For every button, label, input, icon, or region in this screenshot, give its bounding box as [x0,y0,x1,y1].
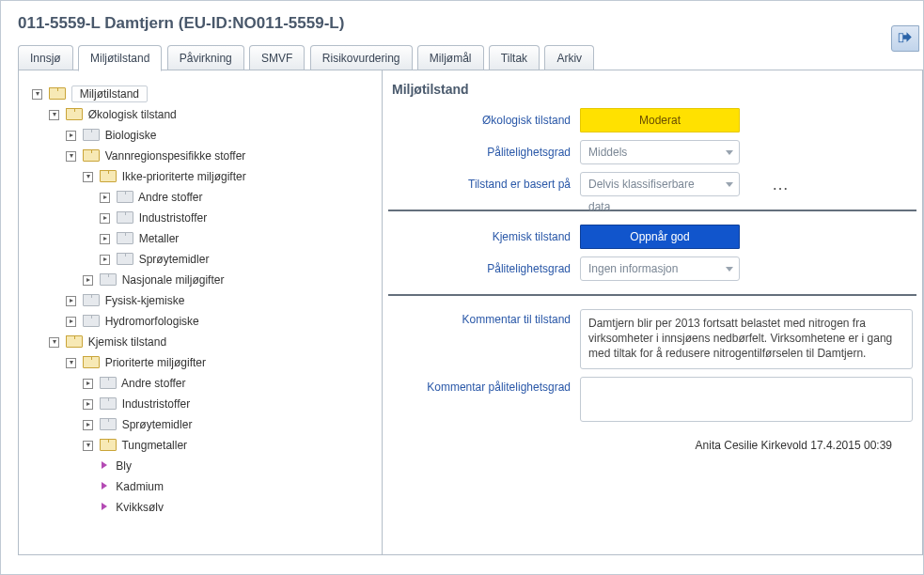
folder-icon [49,87,64,100]
tab-innsjo[interactable]: Innsjø [18,45,73,70]
tree-root-label: Miljøtilstand [71,85,148,102]
tree-metaller[interactable]: Metaller [100,228,382,249]
toggle-icon[interactable] [32,89,42,100]
kjemisk-tilstand-label: Kjemisk tilstand [386,230,580,243]
folder-icon [66,335,81,348]
app-window: 011-5559-L Damtjern (EU-ID:NO011-5559-L)… [0,0,924,575]
toggle-icon[interactable] [83,441,93,451]
tree-prioriterte[interactable]: Prioriterte miljøgifter Andre stoffer [66,352,382,518]
tree-kjemisk[interactable]: Kjemisk tilstand Prioriterte miljøgifter [49,332,382,518]
kommentar-tilstand-textarea[interactable]: Damtjern blir per 2013 fortsatt belastet… [580,309,913,369]
basert-pa-label: Tilstand er basert på [386,178,580,191]
divider [388,210,916,211]
svg-rect-0 [899,34,903,42]
basert-pa-select[interactable]: Delvis klassifiserbare data [580,172,740,196]
tree-kvikksolv[interactable]: Kvikksølv [100,497,382,518]
tree-nasjonale[interactable]: Nasjonale miljøgifter [83,270,382,290]
tree-fysisk-kjem[interactable]: Fysisk-kjemiske [66,290,382,311]
more-options-button[interactable]: … [772,175,791,194]
kommentar-tilstand-label: Kommentar til tilstand [386,309,580,326]
tree-hydromorf[interactable]: Hydromorfologiske [66,311,382,332]
okologisk-tilstand-badge: Moderat [580,108,740,132]
tree-root[interactable]: Miljøtilstand Økologisk tilstand Biologi… [32,84,382,518]
divider [388,294,916,296]
palitelighet1-label: Pålitelighetsgrad [386,146,580,159]
folder-icon [100,397,115,410]
leaf-icon [102,461,107,469]
palitelighet2-label: Pålitelighetsgrad [386,262,580,275]
toggle-icon[interactable] [100,213,110,224]
tree-andre-stoffer2[interactable]: Andre stoffer [83,373,382,394]
tab-pavirkning[interactable]: Påvirkning [167,45,244,70]
tree-andre-stoffer[interactable]: Andre stoffer [100,187,382,208]
folder-icon [83,294,98,306]
palitelighet2-select[interactable]: Ingen informasjon [580,256,740,281]
kjemisk-tilstand-badge: Oppnår god [580,225,740,249]
toggle-icon[interactable] [66,131,76,141]
toggle-icon[interactable] [83,420,93,430]
tab-risikovurdering[interactable]: Risikovurdering [310,45,413,70]
leaf-icon [102,503,107,510]
toggle-icon[interactable] [83,275,93,286]
tree-tungmetaller[interactable]: Tungmetaller Bly [83,435,382,518]
folder-icon [117,191,132,203]
tree-vannregion[interactable]: Vannregionspesifikke stoffer Ikke-priori… [66,146,382,290]
toggle-icon[interactable] [100,255,110,265]
form-pane: Miljøtilstand Økologisk tilstand Moderat… [383,70,923,555]
toggle-icon[interactable] [49,110,59,120]
tab-miljomal[interactable]: Miljømål [417,45,484,70]
folder-icon [83,356,98,368]
tree-biologiske[interactable]: Biologiske [66,125,382,146]
folder-icon [83,149,98,162]
folder-icon [100,439,115,451]
toggle-icon[interactable] [66,151,76,162]
folder-icon [117,253,132,265]
toggle-icon[interactable] [100,193,110,203]
kommentar-palitelighet-textarea[interactable] [580,377,913,422]
folder-icon [100,273,115,286]
tab-smvf[interactable]: SMVF [249,45,305,70]
content-body: Miljøtilstand Økologisk tilstand Biologi… [18,70,923,555]
toggle-icon[interactable] [66,317,76,327]
folder-icon [100,377,115,389]
folder-icon [100,418,115,430]
page-title: 011-5559-L Damtjern (EU-ID:NO011-5559-L) [18,14,923,33]
tab-tiltak[interactable]: Tiltak [489,45,540,70]
toggle-icon[interactable] [83,172,93,182]
tree-sproytemidler2[interactable]: Sprøytemidler [83,414,382,435]
toggle-icon[interactable] [83,399,93,410]
toggle-icon[interactable] [49,337,59,348]
tree-ikke-prioriterte[interactable]: Ikke-prioriterte miljøgifter Andre stoff… [83,166,382,270]
tab-bar: Innsjø Miljøtilstand Påvirkning SMVF Ris… [18,44,923,70]
palitelighet1-select[interactable]: Middels [580,140,740,164]
tree-sproytemidler[interactable]: Sprøytemidler [100,249,382,270]
last-modified-signature: Anita Cesilie Kirkevold 17.4.2015 00:39 [386,439,892,452]
toggle-icon[interactable] [83,379,93,389]
folder-icon [100,170,115,182]
tree-industristoffer[interactable]: Industristoffer [100,208,382,228]
tab-arkiv[interactable]: Arkiv [544,45,594,70]
tree-pane[interactable]: Miljøtilstand Økologisk tilstand Biologi… [18,70,383,555]
tree-industristoffer2[interactable]: Industristoffer [83,394,382,414]
toggle-icon[interactable] [66,296,76,306]
tab-miljotilstand[interactable]: Miljøtilstand [78,45,162,71]
folder-icon [117,211,132,224]
folder-icon [83,315,98,327]
kommentar-palitelighet-label: Kommentar pålitelighetsgrad [386,377,580,394]
tree-kadmium[interactable]: Kadmium [100,476,382,497]
folder-icon [66,108,81,120]
leaf-icon [102,482,107,490]
section-title: Miljøtilstand [392,82,918,97]
toggle-icon[interactable] [66,358,76,368]
folder-icon [83,129,98,141]
okologisk-tilstand-label: Økologisk tilstand [386,114,580,127]
tree-bly[interactable]: Bly [100,456,382,476]
tree-okologisk[interactable]: Økologisk tilstand Biologiske [49,104,382,332]
toggle-icon[interactable] [100,234,110,244]
folder-icon [117,232,132,244]
